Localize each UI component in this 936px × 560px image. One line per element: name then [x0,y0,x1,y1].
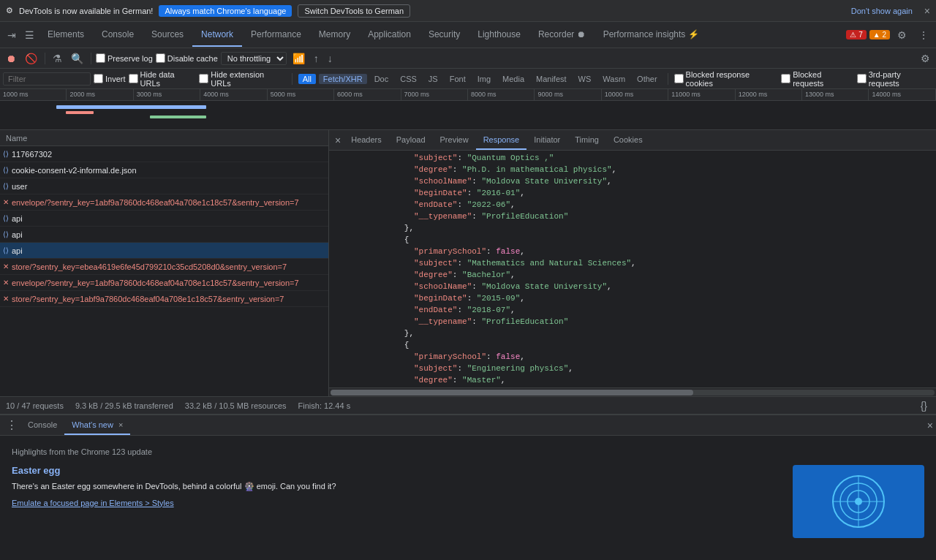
tab-whats-new[interactable]: What's new × [64,416,130,435]
bottom-menu-icon[interactable]: ⋮ [3,418,20,432]
filter-other[interactable]: Other [633,74,662,84]
record-icon[interactable]: ⏺ [3,51,19,66]
disable-cache-input[interactable] [156,53,165,63]
filter-manifest[interactable]: Manifest [532,74,571,84]
tick-12000: 12000 ms [736,89,802,100]
request-row[interactable]: ⟨⟩ api [0,211,328,227]
tab-security[interactable]: Security [420,23,469,47]
filter-input[interactable] [3,72,91,86]
filter-icon[interactable]: ⚗ [50,51,65,66]
tab-recorder[interactable]: Recorder ⏺ [529,23,595,47]
tab-response[interactable]: Response [476,131,527,150]
tick-10000: 10000 ms [602,89,668,100]
tab-elements[interactable]: Elements [39,23,93,47]
notification-close[interactable]: × [924,5,930,17]
tab-cookies[interactable]: Cookies [606,131,650,150]
tab-console[interactable]: Console [93,23,143,47]
filter-js[interactable]: JS [424,74,442,84]
preserve-log-checkbox[interactable]: Preserve log [96,53,153,63]
tab-sources[interactable]: Sources [143,23,192,47]
request-row[interactable]: ⟨⟩ api [0,227,328,243]
tab-headers[interactable]: Headers [344,131,389,150]
format-icon[interactable]: {} [918,398,930,413]
request-row-error[interactable]: ✕ store/?sentry_key=1abf9a7860dc468eaf04… [0,291,328,307]
invert-input[interactable] [94,74,103,83]
filter-media[interactable]: Media [498,74,529,84]
btn-match-language[interactable]: Always match Chrome's language [159,5,292,17]
tab-preview[interactable]: Preview [433,131,476,150]
request-row[interactable]: ⟨⟩ user [0,178,328,194]
scroll-thumb[interactable] [331,390,693,396]
notification-devtools-icon: ⚙ [6,6,13,15]
response-close-icon[interactable]: × [332,132,344,149]
tab-payload[interactable]: Payload [389,131,433,150]
bottom-panel-close-icon[interactable]: × [927,420,933,431]
request-row[interactable]: ⟨⟩ cookie-consent-v2-informal.de.json [0,162,328,178]
third-party-checkbox[interactable]: 3rd-party requests [857,70,933,88]
filter-wasm[interactable]: Wasm [598,74,630,84]
btn-dont-show[interactable]: Don't show again [851,7,913,15]
export-icon[interactable]: ↓ [325,51,336,66]
filter-all[interactable]: All [298,74,316,84]
preserve-log-input[interactable] [96,53,105,63]
request-name: cookie-consent-v2-informal.de.json [12,166,325,175]
blocked-cookies-checkbox[interactable]: Blocked response cookies [674,70,779,88]
horizontal-scrollbar[interactable] [329,387,936,396]
filter-doc[interactable]: Doc [370,74,393,84]
feature-title[interactable]: Easter egg [12,465,781,476]
blocked-requests-input[interactable] [781,74,790,83]
filter-img[interactable]: Img [473,74,495,84]
request-row-error[interactable]: ✕ envelope/?sentry_key=1abf9a7860dc468ea… [0,194,328,211]
filter-ws[interactable]: WS [574,74,596,84]
search-icon[interactable]: 🔍 [68,51,86,66]
clear-icon[interactable]: 🚫 [22,51,40,66]
tab-perf-insights[interactable]: Performance insights ⚡ [595,23,708,47]
request-row[interactable]: ⟨⟩ 117667302 [0,146,328,162]
blocked-requests-checkbox[interactable]: Blocked requests [781,70,854,88]
invert-checkbox[interactable]: Invert [94,74,126,83]
import-icon[interactable]: ↑ [311,51,322,66]
request-name: user [12,182,325,191]
finish-time: Finish: 12.44 s [298,401,351,410]
tab-timing[interactable]: Timing [567,131,606,150]
throttle-select[interactable]: No throttling Fast 3G Slow 3G Offline [221,52,287,65]
filter-fetch-xhr[interactable]: Fetch/XHR [319,74,367,84]
request-row-selected[interactable]: ⟨⟩ api [0,243,328,259]
request-row-error[interactable]: ✕ envelope/?sentry_key=1abf9a7860dc468ea… [0,275,328,291]
tab-console-bottom[interactable]: Console [20,416,64,435]
tab-lighthouse[interactable]: Lighthouse [469,23,529,47]
col-name-header[interactable]: Name [0,132,328,145]
disable-cache-checkbox[interactable]: Disable cache [156,53,218,63]
hide-ext-urls-checkbox[interactable]: Hide extension URLs [199,70,285,88]
settings-icon[interactable]: ⚙ [893,26,911,44]
filter-font[interactable]: Font [445,74,470,84]
wifi-icon[interactable]: 📶 [290,51,308,66]
dock-icon[interactable]: ☰ [20,26,39,44]
request-row-error[interactable]: ✕ store/?sentry_key=ebea4619e6fe45d79921… [0,259,328,275]
timeline-content [0,101,936,130]
tab-initiator[interactable]: Initiator [526,131,567,150]
hide-data-urls-input[interactable] [129,74,138,83]
more-options-icon[interactable]: ⋮ [914,26,933,44]
third-party-input[interactable] [857,74,867,83]
cursor-icon[interactable]: ⇥ [3,26,20,44]
tab-performance[interactable]: Performance [242,23,310,47]
json-line: "subject": "Quantum Optics ," [329,154,936,165]
whats-new-close-icon[interactable]: × [118,420,123,429]
filter-css[interactable]: CSS [396,74,421,84]
json-line: "degree": "Ph.D. in mathematical physics… [329,165,936,177]
tab-memory[interactable]: Memory [310,23,359,47]
request-name: envelope/?sentry_key=1abf9a7860dc468eaf0… [12,198,325,207]
tick-8000: 8000 ms [468,89,535,100]
request-name: api [12,230,325,239]
notification-bar: ⚙ DevTools is now available in German! A… [0,0,936,22]
btn-switch-language[interactable]: Switch DevTools to German [298,4,410,18]
tab-network[interactable]: Network [192,23,242,47]
blocked-cookies-input[interactable] [674,74,684,83]
toolbar-settings-icon[interactable]: ⚙ [918,51,933,66]
feature-link[interactable]: Emulate a focused page in Elements > Sty… [12,499,174,507]
hide-ext-urls-input[interactable] [199,74,208,83]
hide-data-urls-checkbox[interactable]: Hide data URLs [129,70,197,88]
status-bar: 10 / 47 requests 9.3 kB / 29.5 kB transf… [0,396,936,414]
tab-application[interactable]: Application [359,23,420,47]
